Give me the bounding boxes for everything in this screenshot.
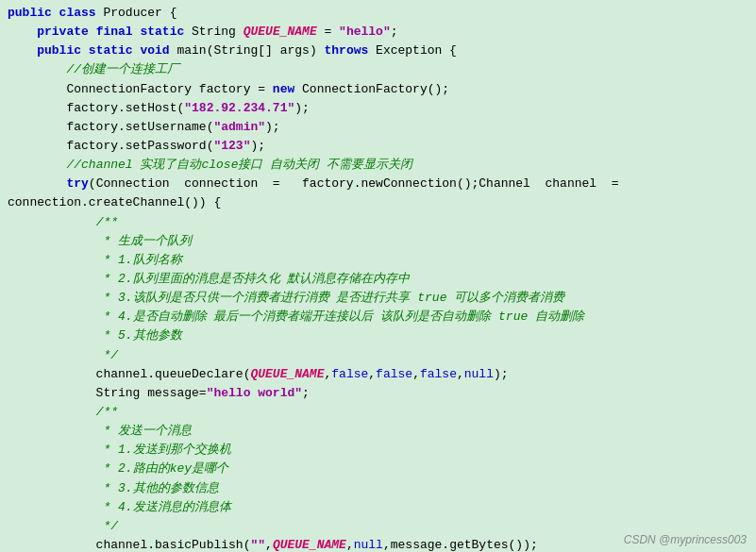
watermark: CSDN @myprincess003 bbox=[624, 533, 747, 546]
line-22: /** bbox=[8, 403, 748, 422]
line-13: * 生成一个队列 bbox=[8, 232, 748, 251]
line-1: public class Producer { bbox=[8, 4, 748, 23]
line-4: //创建一个连接工厂 bbox=[8, 60, 748, 79]
line-23: * 发送一个消息 bbox=[8, 422, 748, 441]
line-8: factory.setPassword("123"); bbox=[8, 137, 748, 156]
line-2: private final static String QUEUE_NAME =… bbox=[8, 23, 748, 42]
line-19: */ bbox=[8, 346, 748, 365]
line-21: String message="hello world"; bbox=[8, 384, 748, 403]
line-6: factory.setHost("182.92.234.71"); bbox=[8, 99, 748, 118]
line-10: try(Connection connection = factory.newC… bbox=[8, 175, 748, 193]
line-12: /** bbox=[8, 213, 748, 232]
line-11: connection.createChannel()) { bbox=[8, 193, 748, 212]
line-26: * 3.其他的参数信息 bbox=[8, 479, 748, 498]
line-9: //channel 实现了自动close接口 自动关闭 不需要显示关闭 bbox=[8, 156, 748, 175]
line-18: * 5.其他参数 bbox=[8, 326, 748, 345]
line-3: public static void main(String[] args) t… bbox=[8, 42, 748, 60]
line-16: * 3.该队列是否只供一个消费者进行消费 是否进行共享 true 可以多个消费者… bbox=[8, 289, 748, 308]
line-14: * 1.队列名称 bbox=[8, 251, 748, 270]
line-25: * 2.路由的key是哪个 bbox=[8, 460, 748, 478]
line-20: channel.queueDeclare(QUEUE_NAME,false,fa… bbox=[8, 365, 748, 384]
line-17: * 4.是否自动删除 最后一个消费者端开连接以后 该队列是否自动删除 true … bbox=[8, 308, 748, 326]
line-15: * 2.队列里面的消息是否持久化 默认消息存储在内存中 bbox=[8, 270, 748, 289]
line-27: * 4.发送消息的消息体 bbox=[8, 498, 748, 517]
line-7: factory.setUsername("admin"); bbox=[8, 118, 748, 137]
line-24: * 1.发送到那个交换机 bbox=[8, 441, 748, 460]
code-container: public class Producer { private final st… bbox=[0, 0, 756, 552]
line-5: ConnectionFactory factory = new Connecti… bbox=[8, 80, 748, 99]
